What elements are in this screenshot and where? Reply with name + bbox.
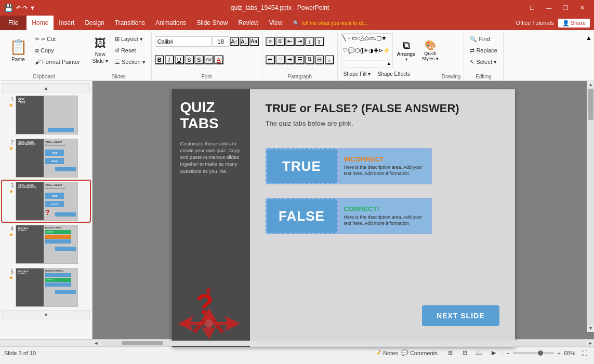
- slide-thumb-3[interactable]: 3 ★ TRUE or FALSE(FALSE ANSWER) TRUE or …: [2, 181, 90, 222]
- shape-rect[interactable]: ▭: [352, 35, 357, 47]
- scroll-up-arrow[interactable]: ▲: [587, 81, 595, 88]
- copy-button[interactable]: ⧉ Copy: [32, 45, 83, 56]
- font-color-button[interactable]: A: [214, 55, 223, 64]
- shape-trap[interactable]: ⏢: [373, 35, 376, 47]
- arrange-button[interactable]: ⧉ Arrange ▾: [394, 33, 419, 68]
- redo-button[interactable]: ↷: [23, 5, 28, 11]
- justify-button[interactable]: ☰: [295, 55, 305, 64]
- align-center-button[interactable]: ≡: [275, 55, 285, 64]
- shape-chevron[interactable]: ⋗: [378, 47, 383, 60]
- shape-arrow[interactable]: →: [346, 35, 352, 47]
- close-button[interactable]: ✕: [574, 3, 590, 13]
- menu-home[interactable]: Home: [27, 16, 54, 30]
- menu-view[interactable]: View: [264, 16, 288, 30]
- align-right-button[interactable]: ➡: [285, 55, 295, 64]
- find-button[interactable]: 🔍 Find: [467, 34, 499, 44]
- numbering-button[interactable]: ①: [275, 37, 285, 46]
- slide-thumb-2[interactable]: 2 ★ TRUE or FALSE(TRUE ANSWER) TRUE or F…: [2, 138, 90, 179]
- shapes-expand-icon[interactable]: ▲: [387, 61, 391, 66]
- shape-line[interactable]: ╲: [342, 35, 346, 47]
- reset-button[interactable]: ↺ Reset: [112, 45, 148, 56]
- shape-diamond[interactable]: ◇: [364, 35, 368, 47]
- replace-button[interactable]: ⇄ Replace: [467, 45, 499, 56]
- shape-sun[interactable]: ☀: [363, 47, 368, 60]
- shape-para[interactable]: ▱: [368, 35, 373, 47]
- minimize-button[interactable]: —: [541, 3, 557, 13]
- shape-callout[interactable]: 💬: [348, 47, 355, 60]
- comments-button[interactable]: 💬 Comments: [401, 349, 438, 356]
- slide-thumb-1[interactable]: 1 ★ QUIZTABS: [2, 95, 90, 136]
- maximize-button[interactable]: ❒: [558, 3, 573, 13]
- shape-triangle[interactable]: △: [360, 35, 364, 47]
- decrease-indent-button[interactable]: ⇤: [285, 37, 295, 46]
- scroll-left-arrow[interactable]: ◄: [93, 340, 100, 347]
- format-painter-button[interactable]: 🖌 Format Painter: [32, 57, 83, 67]
- scroll-right-arrow[interactable]: ►: [587, 340, 594, 347]
- shape-star[interactable]: ★: [381, 35, 387, 47]
- zoom-slider[interactable]: [513, 352, 555, 354]
- underline-button[interactable]: U: [175, 55, 184, 64]
- shape-round-rect[interactable]: ▢: [376, 35, 381, 47]
- slide-thumb-5[interactable]: 5 ★ MULTIPLECHOICE MULTIPLE CHOICE 2 COR…: [2, 267, 90, 308]
- ribbon-collapse-button[interactable]: ▲: [584, 32, 594, 80]
- align-text-button[interactable]: ⊟: [315, 55, 324, 64]
- new-slide-button[interactable]: 🖼 New Slide ▾: [89, 33, 111, 68]
- bullets-button[interactable]: ≡: [266, 37, 275, 46]
- menu-review[interactable]: Review: [233, 16, 263, 30]
- next-slide-button[interactable]: NEXT SLIDE: [422, 305, 499, 326]
- increase-indent-button[interactable]: ⇥: [295, 37, 305, 46]
- restore-button[interactable]: ☐: [524, 3, 540, 13]
- shapes-gallery[interactable]: ╲ → ▭ ○ △ ◇ ▱ ⏢ ▢ ★ ♡ 💬 ⬡ { [: [341, 33, 393, 68]
- shadow-button[interactable]: S: [194, 55, 204, 64]
- undo-button[interactable]: ↶: [16, 5, 21, 11]
- true-answer-tab[interactable]: TRUE INCORRECT Here is the description a…: [266, 148, 432, 184]
- panel-scroll-up[interactable]: ▲: [2, 83, 90, 92]
- zoom-thumb[interactable]: [538, 350, 543, 356]
- zoom-out-icon[interactable]: −: [506, 350, 509, 356]
- shape-fill-button[interactable]: Shape Fill ▾: [341, 69, 373, 79]
- reading-view-button[interactable]: 📖: [473, 348, 485, 358]
- shape-heart[interactable]: ♡: [342, 47, 348, 60]
- font-name-input[interactable]: [155, 36, 212, 47]
- strikethrough-button[interactable]: S: [184, 55, 194, 64]
- false-answer-tab[interactable]: FALSE CORRECT! Here is the description a…: [266, 198, 432, 234]
- bold-button[interactable]: B: [155, 55, 164, 64]
- menu-file[interactable]: File: [0, 16, 27, 30]
- fit-slide-button[interactable]: ⛶: [578, 348, 590, 358]
- panel-scroll-down[interactable]: ▼: [2, 310, 90, 319]
- section-button[interactable]: ☰ Section ▾: [112, 57, 148, 67]
- columns-button[interactable]: ⫿: [315, 37, 324, 46]
- select-button[interactable]: ↖ Select ▾: [467, 57, 499, 67]
- line-spacing-button[interactable]: ↕: [305, 37, 314, 46]
- scroll-down-arrow[interactable]: ▼: [587, 325, 595, 332]
- shape-cross[interactable]: ✚: [374, 47, 378, 60]
- menu-search[interactable]: 🔍 Tell me what you want to do...: [288, 16, 374, 30]
- menu-design[interactable]: Design: [80, 16, 109, 30]
- customize-button[interactable]: ▼: [30, 5, 35, 11]
- layout-button[interactable]: ⊞ Layout ▾: [112, 34, 148, 44]
- save-icon[interactable]: 💾: [4, 4, 13, 12]
- menu-animations[interactable]: Animations: [150, 16, 191, 30]
- shape-cube[interactable]: ⬡: [355, 47, 360, 60]
- paste-button[interactable]: 📋 Paste: [5, 33, 31, 68]
- shape-moon[interactable]: ◑: [368, 47, 374, 60]
- font-size-input[interactable]: [213, 36, 229, 47]
- normal-view-button[interactable]: ⊞: [444, 348, 456, 358]
- char-spacing-button[interactable]: AV: [204, 55, 214, 64]
- h-scroll-thumb[interactable]: [122, 341, 163, 345]
- zoom-in-icon[interactable]: +: [558, 350, 561, 356]
- cut-button[interactable]: ✂ ✂ Cut: [32, 34, 83, 44]
- shape-oval[interactable]: ○: [357, 35, 361, 47]
- quick-styles-button[interactable]: 🎨 QuickStyles ▾: [420, 33, 441, 68]
- italic-button[interactable]: I: [165, 55, 174, 64]
- slide-sorter-button[interactable]: ⊟: [459, 348, 470, 358]
- menu-insert[interactable]: Insert: [54, 16, 80, 30]
- menu-transitions[interactable]: Transitions: [110, 16, 150, 30]
- clear-format-button[interactable]: Aa: [249, 37, 259, 46]
- grow-font-button[interactable]: A↑: [230, 37, 239, 46]
- text-direction-button[interactable]: ⇅: [305, 55, 314, 64]
- shrink-font-button[interactable]: A↓: [240, 37, 249, 46]
- smartart-button[interactable]: ⬦: [325, 55, 334, 64]
- shape-effects-button[interactable]: Shape Effects: [375, 69, 413, 79]
- shape-lightning[interactable]: ⚡: [383, 47, 390, 60]
